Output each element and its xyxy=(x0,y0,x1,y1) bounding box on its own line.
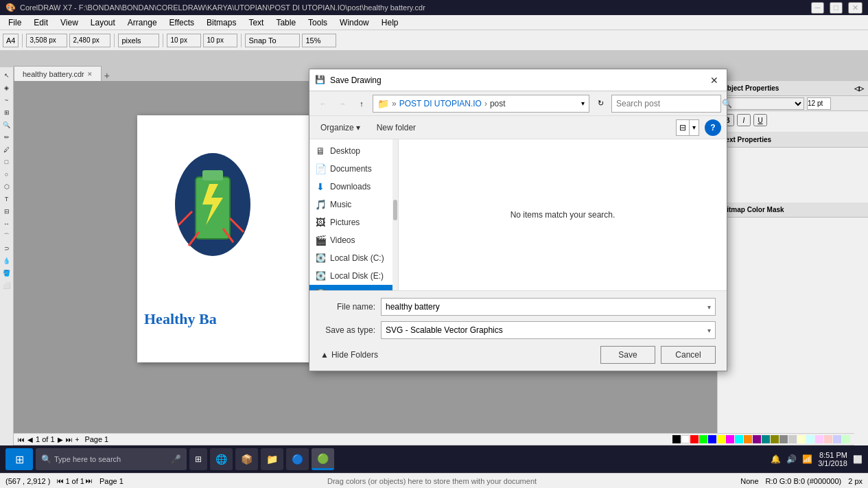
new-folder-button[interactable]: New folder xyxy=(371,119,421,136)
filename-input[interactable]: healthy battery ▾ xyxy=(381,298,716,316)
taskbar-app1[interactable]: 🔵 xyxy=(286,448,309,470)
nav-last[interactable]: ⏭ xyxy=(86,477,93,485)
menu-text[interactable]: Text xyxy=(243,16,269,29)
search-bar[interactable]: 🔍 Type here to search 🎤 xyxy=(36,448,187,470)
color-magenta[interactable] xyxy=(726,435,734,443)
color-white[interactable] xyxy=(681,435,690,443)
menu-effects[interactable]: Effects xyxy=(164,16,200,29)
color-pink[interactable] xyxy=(815,435,823,443)
taskbar-store[interactable]: 📦 xyxy=(235,448,258,470)
tool-table[interactable]: ⊟ xyxy=(1,206,12,217)
notification-icon[interactable]: 🔔 xyxy=(771,454,781,464)
sidebar-item-local-e[interactable]: 💽 Local Disk (E:) xyxy=(309,267,398,285)
tool-ellipse[interactable]: ○ xyxy=(1,169,12,180)
tool-shape[interactable]: ◈ xyxy=(1,82,12,93)
taskbar-task-view[interactable]: ⊞ xyxy=(189,448,207,470)
show-desktop-btn[interactable]: ⬜ xyxy=(853,455,863,464)
underline-btn[interactable]: U xyxy=(753,114,767,126)
menu-help[interactable]: Help xyxy=(376,16,404,29)
sidebar-item-documents[interactable]: 📄 Documents xyxy=(309,160,398,178)
menu-bitmaps[interactable]: Bitmaps xyxy=(201,16,242,29)
view-button[interactable]: ⊟ xyxy=(677,120,689,135)
search-icon-btn[interactable]: 🔍 xyxy=(722,99,732,108)
height-input[interactable]: 2,480 px xyxy=(69,34,110,47)
color-green[interactable] xyxy=(699,435,707,443)
tool-fill[interactable]: 🪣 xyxy=(1,268,12,279)
tool-outline[interactable]: ⬜ xyxy=(1,280,12,291)
sidebar-item-local-f[interactable]: 💽 Local Disk (F:) xyxy=(309,285,398,290)
color-red[interactable] xyxy=(690,435,699,443)
sidebar-item-videos[interactable]: 🎬 Videos xyxy=(309,231,398,249)
tool-select[interactable]: ↖ xyxy=(1,70,12,81)
color-teal[interactable] xyxy=(762,435,770,443)
color-black[interactable] xyxy=(672,435,681,443)
color-lavender[interactable] xyxy=(833,435,841,443)
units-dropdown[interactable]: pixels xyxy=(118,34,159,47)
tab-healthy-battery[interactable]: healthy battery.cdr ✕ xyxy=(14,66,102,81)
savetype-dropdown[interactable]: SVG - Scalable Vector Graphics ▾ xyxy=(381,321,716,339)
menu-tools[interactable]: Tools xyxy=(303,16,333,29)
network-icon[interactable]: 📶 xyxy=(802,454,812,464)
color-cream[interactable] xyxy=(797,435,806,443)
back-button[interactable]: ← xyxy=(315,95,331,112)
breadcrumb-dropdown[interactable]: ▾ xyxy=(581,100,585,107)
color-cyan[interactable] xyxy=(735,435,743,443)
color-lightgray[interactable] xyxy=(788,435,797,443)
taskbar-corel[interactable]: 🟢 xyxy=(312,448,334,470)
start-button[interactable]: ⊞ xyxy=(5,448,33,470)
color-salmon[interactable] xyxy=(824,435,832,443)
color-orange[interactable] xyxy=(744,435,752,443)
color-gray[interactable] xyxy=(779,435,788,443)
tool-artist[interactable]: 🖊 xyxy=(1,144,12,155)
italic-btn[interactable]: I xyxy=(737,114,751,126)
save-button[interactable]: Save xyxy=(600,346,655,364)
dialog-close-button[interactable]: ✕ xyxy=(707,73,721,87)
tool-dimension[interactable]: ↔ xyxy=(1,218,12,229)
menu-file[interactable]: File xyxy=(3,16,27,29)
menu-arrange[interactable]: Arrange xyxy=(122,16,163,29)
nav-first[interactable]: ⏮ xyxy=(57,477,64,485)
forward-button[interactable]: → xyxy=(334,95,351,112)
tool-crop[interactable]: ⊞ xyxy=(1,107,12,118)
tool-polygon[interactable]: ⬡ xyxy=(1,181,12,192)
tool-blend[interactable]: ⊃ xyxy=(1,243,12,254)
close-button[interactable]: ✕ xyxy=(848,2,863,14)
menu-edit[interactable]: Edit xyxy=(28,16,54,29)
sidebar-item-pictures[interactable]: 🖼 Pictures xyxy=(309,213,398,231)
menu-view[interactable]: View xyxy=(55,16,84,29)
color-olive[interactable] xyxy=(771,435,779,443)
sidebar-item-downloads[interactable]: ⬇ Downloads xyxy=(309,178,398,196)
sidebar-item-desktop[interactable]: 🖥 Desktop xyxy=(309,142,398,160)
color-mint[interactable] xyxy=(842,435,850,443)
organize-button[interactable]: Organize ▾ xyxy=(315,119,366,136)
maximize-button[interactable]: □ xyxy=(830,2,843,14)
tool-zoom[interactable]: 🔍 xyxy=(1,119,12,130)
color-blue[interactable] xyxy=(708,435,716,443)
view-arrow[interactable]: ▾ xyxy=(689,120,699,135)
last-page-btn[interactable]: ⏭ xyxy=(66,436,73,443)
sidebar-item-local-c[interactable]: 💽 Local Disk (C:) xyxy=(309,249,398,267)
prev-page-btn[interactable]: ◀ xyxy=(27,436,33,443)
add-page-btn[interactable]: + xyxy=(75,436,80,443)
tool-eyedropper[interactable]: 💧 xyxy=(1,255,12,266)
width-input[interactable]: 3,508 px xyxy=(26,34,67,47)
menu-layout[interactable]: Layout xyxy=(85,16,121,29)
next-page-btn[interactable]: ▶ xyxy=(58,436,63,443)
tool-text[interactable]: T xyxy=(1,194,12,205)
font-dropdown[interactable] xyxy=(722,97,804,110)
volume-icon[interactable]: 🔊 xyxy=(786,454,797,464)
up-button[interactable]: ↑ xyxy=(353,95,370,112)
tool-smear[interactable]: ~ xyxy=(1,95,12,106)
help-button[interactable]: ? xyxy=(705,119,721,136)
tool-connector[interactable]: ⌒ xyxy=(1,231,12,242)
taskbar-explorer[interactable]: 📁 xyxy=(261,448,283,470)
y-coord[interactable]: 10 px xyxy=(203,34,237,47)
first-page-btn[interactable]: ⏮ xyxy=(18,436,25,443)
font-size-input[interactable] xyxy=(807,97,831,110)
refresh-button[interactable]: ↻ xyxy=(592,95,609,112)
zoom-input[interactable]: 15% xyxy=(302,34,336,47)
color-lightcyan[interactable] xyxy=(806,435,814,443)
new-tab-btn[interactable]: + xyxy=(102,70,113,81)
tool-freehand[interactable]: ✏ xyxy=(1,132,12,143)
hide-folders-button[interactable]: ▲ Hide Folders xyxy=(320,350,378,360)
